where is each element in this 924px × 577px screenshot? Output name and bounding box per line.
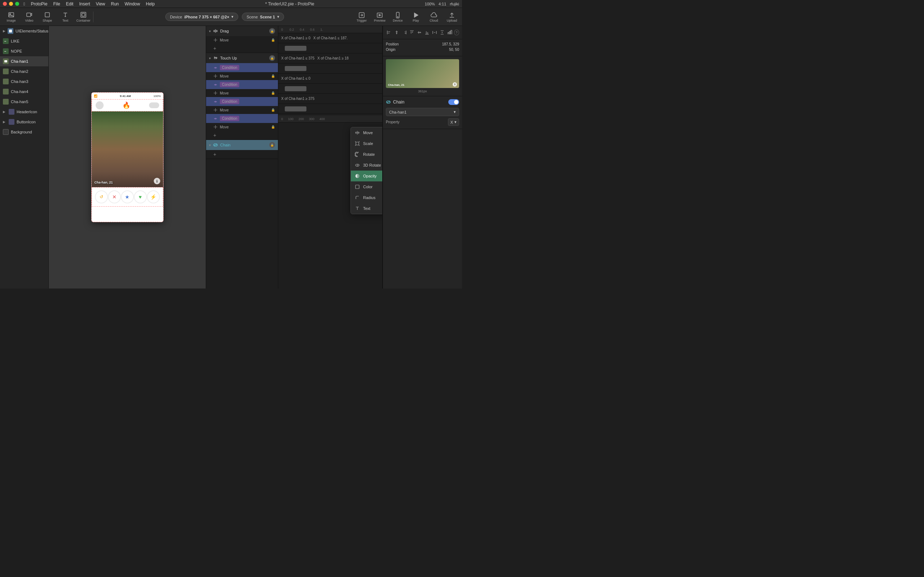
touchup-condition3[interactable]: Condition	[206, 97, 278, 106]
layer-background[interactable]: Background	[0, 127, 48, 137]
maximize-button[interactable]	[15, 2, 19, 6]
touchup-move4[interactable]: Move 🔒	[206, 123, 278, 131]
chain-add[interactable]: +	[206, 150, 278, 159]
action-3drotate[interactable]: 3D Rotate	[351, 160, 382, 171]
align-left[interactable]	[386, 29, 392, 36]
video-tool[interactable]: Video	[21, 10, 37, 24]
scene-label: Scene	[247, 15, 258, 19]
align-middle[interactable]	[416, 29, 422, 36]
minimize-button[interactable]	[9, 2, 13, 6]
move1-badge: 🔒	[271, 74, 275, 78]
touchup-move3[interactable]: Move 🔒	[206, 106, 278, 114]
layer-chahan1[interactable]: Cha-han1	[0, 56, 48, 66]
titlebar:  ProtoPie File Edit Insert View Run Win…	[0, 0, 462, 8]
interactions-panel: ▾ Drag 🔒 Move 🔒 +	[206, 26, 383, 288]
canvas[interactable]: 📶 9:41 AM 100% 🔥 Cha-han, 21 ℹ ↺ ✕ ★	[49, 26, 206, 288]
menu-protopie[interactable]: ProtoPie	[31, 2, 47, 6]
layer-like[interactable]: LIKE	[0, 36, 48, 46]
layer-buttonicon-icon	[9, 119, 15, 125]
touchup-condition1[interactable]: Condition	[206, 63, 278, 72]
align-top[interactable]	[409, 29, 415, 36]
layer-buttonicon-label: ButtonIcon	[16, 120, 36, 124]
touchup-move1[interactable]: Move 🔒	[206, 72, 278, 80]
menu-window[interactable]: Window	[124, 2, 140, 6]
distribute-v[interactable]	[439, 29, 445, 36]
layer-chahan5[interactable]: Cha-han5	[0, 97, 48, 107]
action-3drotate-label: 3D Rotate	[363, 163, 381, 167]
layer-chahan4[interactable]: Cha-han4	[0, 87, 48, 97]
layer-statusbar[interactable]: ▶ UIElements/StatusBar	[0, 26, 48, 36]
layer-buttonicon[interactable]: ▶ ButtonIcon	[0, 117, 48, 127]
chain-toggle[interactable]	[448, 99, 459, 105]
drag-move[interactable]: Move 🔒	[206, 36, 278, 44]
menu-insert[interactable]: Insert	[79, 2, 90, 6]
window-controls[interactable]	[3, 2, 19, 6]
align-bottom[interactable]	[424, 29, 430, 36]
layer-chahan3[interactable]: Cha-han3	[0, 76, 48, 87]
chain-collapse: ▾	[209, 143, 211, 147]
action-color[interactable]: Color	[351, 181, 382, 192]
menu-help[interactable]: Help	[146, 2, 155, 6]
menu-apple[interactable]: 	[23, 2, 25, 6]
chart-icon[interactable]	[446, 29, 452, 36]
menu-file[interactable]: File	[53, 2, 60, 6]
touchup-header[interactable]: ▾ Touch Up 🔒	[206, 53, 278, 63]
property-value-select[interactable]: X ▾	[448, 118, 459, 126]
device-selector[interactable]: Device iPhone 7 375 × 667 @2× ▾	[165, 13, 238, 21]
drag-add[interactable]: +	[206, 44, 278, 53]
action-scale[interactable]: Scale S	[351, 138, 382, 149]
touchup-condition2[interactable]: Condition	[206, 80, 278, 89]
cloud-button[interactable]: Cloud	[426, 11, 441, 23]
action-radius[interactable]: Radius	[351, 192, 382, 203]
chain-target-select[interactable]: Cha-han1 ▾	[386, 108, 459, 116]
info-button[interactable]: ℹ	[154, 178, 160, 184]
device-button[interactable]: Device	[391, 11, 405, 23]
close-button[interactable]	[3, 2, 7, 6]
layer-headericon-label: HeaderIcon	[16, 110, 37, 114]
align-center-h[interactable]	[393, 29, 399, 36]
scale-ctx-icon	[354, 141, 360, 147]
condition-row2: X of Cha-han1 ≤ 375 X of Cha-han1 ≥ 18	[278, 53, 382, 63]
drag-header[interactable]: ▾ Drag 🔒	[206, 26, 278, 36]
image-tool[interactable]: Image	[3, 10, 19, 24]
layer-headericon-icon	[9, 109, 15, 115]
touchup-move2[interactable]: Move 🔒	[206, 89, 278, 97]
svg-rect-12	[356, 142, 359, 145]
play-button[interactable]: Play	[409, 11, 423, 23]
menu-edit[interactable]: Edit	[66, 2, 74, 6]
layer-headericon[interactable]: ▶ HeaderIcon	[0, 107, 48, 117]
action-text[interactable]: Text	[351, 203, 382, 214]
nope-button[interactable]: ✕	[108, 190, 121, 203]
touchup-condition4[interactable]: Condition	[206, 114, 278, 123]
upload-button[interactable]: Upload	[445, 11, 459, 23]
menu-run[interactable]: Run	[111, 2, 119, 6]
menu-view[interactable]: View	[96, 2, 105, 6]
shape-tool[interactable]: Shape	[39, 10, 56, 24]
action-move[interactable]: Move M	[351, 127, 382, 138]
text-tool[interactable]: Text	[57, 10, 74, 24]
scene-selector[interactable]: Scene Scene 1 ▾	[242, 13, 284, 21]
app-toolbar: Image Video Shape Text Con	[0, 8, 462, 26]
align-right[interactable]	[401, 29, 407, 36]
layer-chahan2[interactable]: Cha-han2	[0, 66, 48, 76]
chain-header[interactable]: ▾ Chain 🔒	[206, 140, 278, 150]
superlike-button[interactable]: ★	[121, 190, 134, 203]
drag-move-label: Move	[220, 38, 228, 42]
action-rotate[interactable]: Rotate	[351, 149, 382, 160]
like-button[interactable]: ♥	[134, 190, 147, 203]
boost-button[interactable]: ⚡	[147, 190, 160, 203]
action-opacity[interactable]: Opacity O	[351, 171, 382, 181]
chain-ruler: 0 100 200 300 400	[278, 115, 382, 122]
trigger-label: Trigger	[357, 19, 367, 23]
touchup-add[interactable]: +	[206, 131, 278, 140]
move-row4	[278, 104, 382, 114]
condition3-label: Condition	[220, 99, 239, 104]
container-tool[interactable]: Container	[75, 10, 92, 24]
layer-chahan3-icon	[3, 79, 9, 84]
rewind-button[interactable]: ↺	[95, 190, 108, 203]
layer-nope[interactable]: NOPE	[0, 46, 48, 56]
distribute-h[interactable]	[431, 29, 438, 36]
preview-button[interactable]: Preview	[373, 11, 387, 23]
trigger-button[interactable]: Trigger	[354, 11, 369, 23]
help-button[interactable]: ?	[454, 29, 459, 35]
